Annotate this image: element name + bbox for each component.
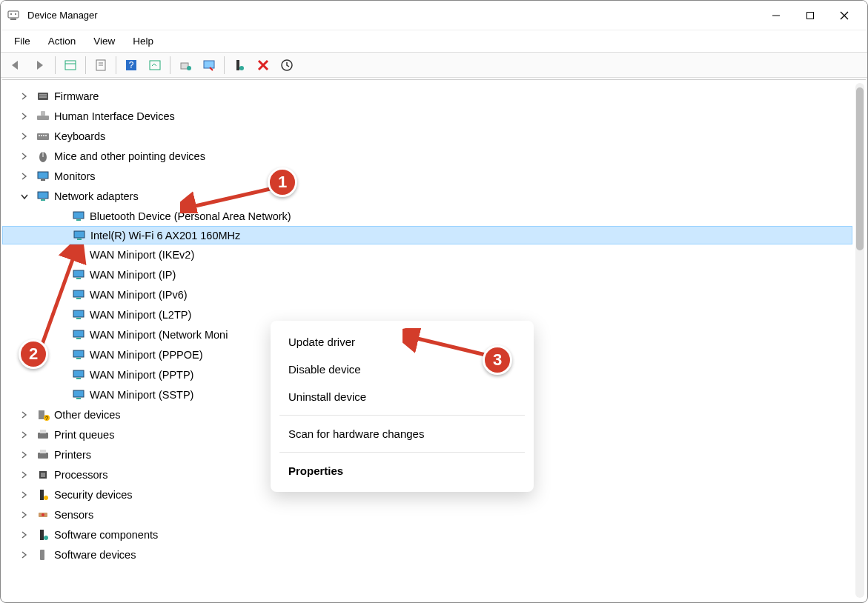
tree-label: Printers xyxy=(54,449,91,461)
tree-label: Human Interface Devices xyxy=(54,110,175,122)
network-adapter-icon xyxy=(72,248,85,261)
chevron-right-icon xyxy=(20,172,29,181)
scrollbar-thumb[interactable] xyxy=(856,87,864,250)
svg-rect-65 xyxy=(38,453,48,459)
context-menu-separator xyxy=(279,452,525,453)
tree-item-firmware[interactable]: Firmware xyxy=(2,86,852,106)
hid-icon xyxy=(36,110,50,123)
svg-rect-44 xyxy=(73,250,84,257)
tree-item-mice[interactable]: Mice and other pointing devices xyxy=(2,146,852,166)
tree-label: WAN Miniport (IP) xyxy=(90,269,176,281)
svg-rect-56 xyxy=(73,370,84,377)
other-devices-icon: ? xyxy=(36,408,50,422)
network-adapter-icon xyxy=(72,288,85,302)
svg-rect-43 xyxy=(77,239,82,240)
sensor-icon xyxy=(36,508,50,522)
disable-device-button[interactable] xyxy=(198,55,220,76)
svg-rect-0 xyxy=(8,11,19,18)
svg-rect-50 xyxy=(73,310,84,317)
svg-text:?: ? xyxy=(45,416,48,421)
svg-rect-58 xyxy=(73,390,84,397)
menu-action[interactable]: Action xyxy=(41,33,84,50)
svg-rect-48 xyxy=(73,290,84,297)
svg-rect-33 xyxy=(45,135,47,136)
svg-point-3 xyxy=(15,13,16,15)
show-hidden-button[interactable] xyxy=(59,55,82,76)
chevron-right-icon xyxy=(20,132,29,141)
tree-item-wan-ipv6[interactable]: WAN Miniport (IPv6) xyxy=(2,284,852,304)
print-queue-icon xyxy=(36,428,50,442)
maximize-button[interactable] xyxy=(793,1,827,30)
chevron-right-icon xyxy=(20,152,29,161)
tree-item-bt-device[interactable]: Bluetooth Device (Personal Area Network) xyxy=(2,206,852,226)
close-button[interactable] xyxy=(827,1,861,30)
tree-item-keyboards[interactable]: Keyboards xyxy=(2,126,852,146)
svg-point-74 xyxy=(44,536,48,540)
svg-rect-52 xyxy=(73,330,84,337)
menu-help[interactable]: Help xyxy=(125,33,161,50)
svg-rect-66 xyxy=(40,450,46,453)
ctx-uninstall-device[interactable]: Uninstall device xyxy=(271,383,534,410)
network-adapter-icon xyxy=(72,368,85,382)
svg-rect-1 xyxy=(10,19,16,20)
tree-item-monitors[interactable]: Monitors xyxy=(2,166,852,186)
svg-rect-40 xyxy=(73,212,84,219)
svg-text:?: ? xyxy=(129,60,134,70)
tree-label: Security devices xyxy=(54,489,133,501)
security-icon xyxy=(36,488,50,502)
nav-back-button[interactable] xyxy=(5,55,27,76)
svg-rect-60 xyxy=(39,410,44,419)
tree-label: Keyboards xyxy=(54,130,105,142)
update-driver-button[interactable] xyxy=(174,55,196,76)
scan-hardware-button[interactable] xyxy=(276,55,298,76)
menu-view[interactable]: View xyxy=(86,33,122,50)
tree-item-sensors[interactable]: Sensors xyxy=(2,504,852,524)
toolbar-separator xyxy=(116,56,116,74)
chevron-right-icon xyxy=(20,92,29,101)
uninstall-button[interactable] xyxy=(252,55,274,76)
annotation-badge-3: 3 xyxy=(483,345,512,375)
app-icon xyxy=(7,9,20,22)
svg-point-70 xyxy=(44,496,48,500)
toolbar: ? xyxy=(1,53,867,78)
keyboard-icon xyxy=(36,130,50,143)
ctx-properties[interactable]: Properties xyxy=(271,457,534,484)
tree-item-wan-ip[interactable]: WAN Miniport (IP) xyxy=(2,264,852,284)
svg-rect-51 xyxy=(76,318,81,319)
svg-rect-30 xyxy=(39,135,40,136)
tree-item-software-devices[interactable]: Software devices xyxy=(2,544,852,564)
add-legacy-button[interactable] xyxy=(228,55,251,76)
svg-rect-55 xyxy=(76,358,81,359)
chevron-right-icon xyxy=(20,112,29,121)
svg-rect-18 xyxy=(204,61,214,68)
ctx-scan-hardware[interactable]: Scan for hardware changes xyxy=(271,420,534,447)
software-component-icon xyxy=(36,528,50,542)
svg-rect-73 xyxy=(40,530,44,540)
help-button[interactable]: ? xyxy=(120,55,142,76)
svg-rect-26 xyxy=(39,96,47,98)
tree-item-intel-wifi[interactable]: Intel(R) Wi-Fi 6 AX201 160MHz xyxy=(2,226,852,244)
network-adapter-icon xyxy=(72,210,85,223)
minimize-button[interactable] xyxy=(759,1,793,30)
chevron-down-icon xyxy=(20,192,29,201)
menu-file[interactable]: File xyxy=(7,33,38,50)
tree-label: Sensors xyxy=(54,509,93,521)
tree-item-network-adapters[interactable]: Network adapters xyxy=(2,186,852,206)
vertical-scrollbar[interactable] xyxy=(855,83,864,598)
tree-item-wan-ikev2[interactable]: WAN Miniport (IKEv2) xyxy=(2,244,852,264)
svg-point-20 xyxy=(239,66,244,70)
tree-label: Monitors xyxy=(54,170,96,182)
tree-item-software-components[interactable]: Software components xyxy=(2,524,852,544)
nav-forward-button[interactable] xyxy=(29,55,51,76)
tree-item-hid[interactable]: Human Interface Devices xyxy=(2,106,852,126)
svg-rect-46 xyxy=(73,270,84,277)
svg-point-17 xyxy=(187,66,191,70)
scan-button[interactable] xyxy=(144,55,166,76)
tree-label: WAN Miniport (SSTP) xyxy=(90,389,193,401)
chevron-right-icon xyxy=(20,530,29,539)
svg-rect-5 xyxy=(807,12,814,19)
properties-button[interactable] xyxy=(90,55,112,76)
tree-label: Print queues xyxy=(54,429,114,441)
network-adapter-icon xyxy=(73,229,86,242)
network-adapter-icon xyxy=(72,268,85,281)
